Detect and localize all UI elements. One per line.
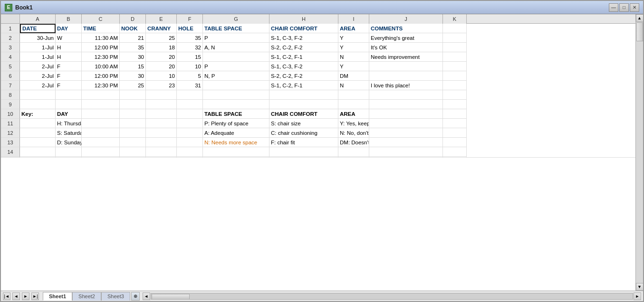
- row-header-10[interactable]: 10: [1, 109, 20, 119]
- cell-8-g[interactable]: [203, 90, 269, 100]
- cell-9-k[interactable]: [443, 100, 467, 109]
- sheet-nav-next[interactable]: ►: [22, 293, 29, 300]
- cell-8-f[interactable]: [177, 90, 203, 100]
- col-header-h[interactable]: H: [269, 14, 338, 24]
- cell-14-b[interactable]: [56, 147, 82, 157]
- new-sheet-button[interactable]: ⊕: [131, 292, 140, 301]
- cell-2-g[interactable]: P: [203, 33, 269, 43]
- sheet-tab-sheet2[interactable]: Sheet2: [72, 292, 101, 301]
- cell-5-h[interactable]: S-1, C-3, F-2: [269, 62, 338, 71]
- cell-8-d[interactable]: [120, 90, 146, 100]
- cell-9-f[interactable]: [177, 100, 203, 109]
- cell-3-b[interactable]: H: [56, 43, 82, 52]
- cell-1-i[interactable]: AREA: [338, 24, 369, 33]
- cell-13-h[interactable]: F: chair fit: [269, 138, 338, 147]
- cell-2-a[interactable]: 30-Jun: [20, 33, 56, 43]
- row-header-12[interactable]: 12: [1, 128, 20, 138]
- col-header-f[interactable]: F: [177, 14, 203, 24]
- row-header-9[interactable]: 9: [1, 100, 20, 109]
- row-header-6[interactable]: 6: [1, 71, 20, 81]
- cell-2-h[interactable]: S-1, C-3, F-2: [269, 33, 338, 43]
- cell-4-g[interactable]: [203, 52, 269, 62]
- cell-2-d[interactable]: 21: [120, 33, 146, 43]
- cell-6-j[interactable]: [369, 71, 443, 81]
- cell-1-b[interactable]: DAY: [56, 24, 82, 33]
- cell-5-i[interactable]: Y: [338, 62, 369, 71]
- cell-14-e[interactable]: [146, 147, 177, 157]
- cell-4-a[interactable]: 1-Jul: [20, 52, 56, 62]
- cell-12-b[interactable]: S: Saturday: [56, 128, 82, 138]
- cell-12-g[interactable]: A: Adequate: [203, 128, 269, 138]
- cell-13-i[interactable]: DM: Doesn't matter: [338, 138, 369, 147]
- cell-8-e[interactable]: [146, 90, 177, 100]
- cell-1-j[interactable]: COMMENTS: [369, 24, 443, 33]
- sheet-nav-first[interactable]: |◄: [3, 293, 10, 300]
- cell-1-f[interactable]: HOLE: [177, 24, 203, 33]
- cell-5-d[interactable]: 15: [120, 62, 146, 71]
- col-header-b[interactable]: B: [56, 14, 82, 24]
- row-header-3[interactable]: 3: [1, 43, 20, 52]
- sheet-tab-sheet3[interactable]: Sheet3: [101, 292, 130, 301]
- col-header-c[interactable]: C: [82, 14, 120, 24]
- cell-7-j[interactable]: I love this place!: [369, 81, 443, 90]
- cell-12-h[interactable]: C: chair cushioning: [269, 128, 338, 138]
- sheet-nav-prev[interactable]: ◄: [12, 293, 20, 300]
- row-header-4[interactable]: 4: [1, 52, 20, 62]
- cell-5-g[interactable]: P: [203, 62, 269, 71]
- cell-8-j[interactable]: [369, 90, 443, 100]
- cell-9-d[interactable]: [120, 100, 146, 109]
- cell-6-f[interactable]: 5: [177, 71, 203, 81]
- cell-4-i[interactable]: N: [338, 52, 369, 62]
- cell-2-b[interactable]: W: [56, 33, 82, 43]
- cell-8-b[interactable]: [56, 90, 82, 100]
- row-header-5[interactable]: 5: [1, 62, 20, 71]
- cell-4-k[interactable]: [443, 52, 467, 62]
- cell-4-d[interactable]: 30: [120, 52, 146, 62]
- cell-4-c[interactable]: 12:30 PM: [82, 52, 120, 62]
- close-button[interactable]: ✕: [630, 3, 639, 12]
- cell-11-k[interactable]: [443, 119, 467, 128]
- cell-8-a[interactable]: [20, 90, 56, 100]
- cell-12-e[interactable]: [146, 128, 177, 138]
- cell-12-f[interactable]: [177, 128, 203, 138]
- cell-12-k[interactable]: [443, 128, 467, 138]
- cell-14-h[interactable]: [269, 147, 338, 157]
- scroll-down-button[interactable]: ▼: [636, 283, 644, 291]
- cell-4-f[interactable]: 15: [177, 52, 203, 62]
- cell-2-c[interactable]: 11:30 AM: [82, 33, 120, 43]
- sheet-tab-sheet1[interactable]: Sheet1: [43, 292, 72, 301]
- cell-10-b[interactable]: DAY: [56, 109, 82, 119]
- row-header-13[interactable]: 13: [1, 138, 20, 147]
- cell-7-f[interactable]: 31: [177, 81, 203, 90]
- cell-3-f[interactable]: 32: [177, 43, 203, 52]
- cell-8-k[interactable]: [443, 90, 467, 100]
- cell-10-g[interactable]: TABLE SPACE: [203, 109, 269, 119]
- cell-1-e[interactable]: CRANNY: [146, 24, 177, 33]
- cell-11-d[interactable]: [120, 119, 146, 128]
- cell-3-e[interactable]: 18: [146, 43, 177, 52]
- cell-3-j[interactable]: It's OK: [369, 43, 443, 52]
- cell-14-d[interactable]: [120, 147, 146, 157]
- h-scroll-track[interactable]: [151, 293, 633, 300]
- cell-13-j[interactable]: [369, 138, 443, 147]
- cell-10-i[interactable]: AREA: [338, 109, 369, 119]
- row-header-11[interactable]: 11: [1, 119, 20, 128]
- scroll-thumb[interactable]: [636, 22, 643, 41]
- cell-6-c[interactable]: 12:00 PM: [82, 71, 120, 81]
- cell-13-a[interactable]: [20, 138, 56, 147]
- cell-12-d[interactable]: [120, 128, 146, 138]
- cell-12-j[interactable]: [369, 128, 443, 138]
- cell-5-f[interactable]: 10: [177, 62, 203, 71]
- cell-4-j[interactable]: Needs improvement: [369, 52, 443, 62]
- cell-6-g[interactable]: N, P: [203, 71, 269, 81]
- cell-3-g[interactable]: A, N: [203, 43, 269, 52]
- cell-10-k[interactable]: [443, 109, 467, 119]
- maximize-button[interactable]: □: [619, 3, 629, 12]
- cell-7-c[interactable]: 12:30 PM: [82, 81, 120, 90]
- cell-11-j[interactable]: [369, 119, 443, 128]
- cell-9-i[interactable]: [338, 100, 369, 109]
- row-header-8[interactable]: 8: [1, 90, 20, 100]
- cell-12-i[interactable]: N: No, don't keep area: [338, 128, 369, 138]
- cell-9-b[interactable]: [56, 100, 82, 109]
- col-header-e[interactable]: E: [146, 14, 177, 24]
